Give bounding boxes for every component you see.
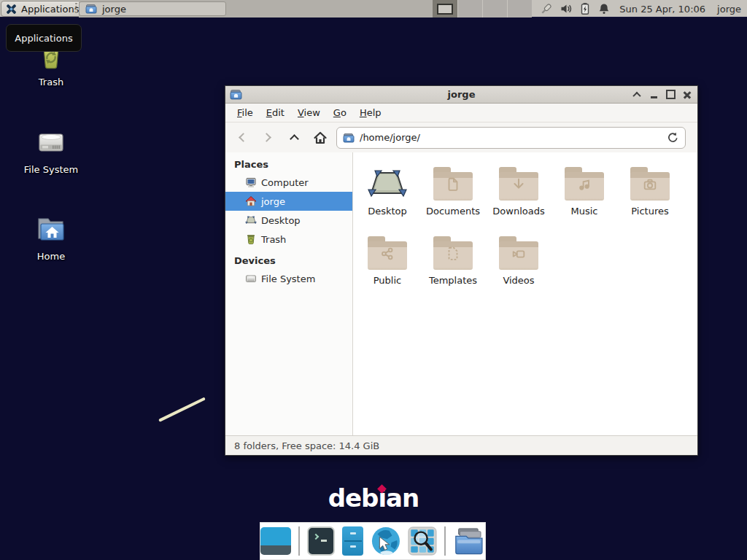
show-desktop-icon[interactable] — [260, 527, 291, 555]
folder-public[interactable]: Public — [355, 229, 420, 298]
desktop-icon-home[interactable]: Home — [13, 212, 89, 262]
applications-menu-button[interactable]: Applications — [1, 1, 85, 17]
battery-charging-icon[interactable] — [579, 2, 591, 15]
sidebar-item-label: File System — [261, 273, 315, 284]
sidebar-item-label: Desktop — [261, 215, 301, 226]
folder-label: Public — [374, 275, 401, 286]
templates-folder-icon — [433, 236, 473, 270]
workspace-3[interactable] — [482, 0, 507, 18]
folder-videos[interactable]: Videos — [486, 229, 551, 298]
sidebar-item-trash[interactable]: Trash — [225, 230, 352, 249]
folder-pictures[interactable]: Pictures — [617, 160, 683, 229]
desktop-icon-file-system[interactable]: File System — [13, 125, 89, 175]
toolbar — [225, 122, 697, 152]
debian-wallpaper-logo: debian — [320, 483, 427, 513]
workspace-window-preview — [437, 4, 453, 15]
file-list: Desktop Documents Downloads — [353, 152, 697, 435]
applications-menu-icon — [5, 3, 18, 15]
folder-music[interactable]: Music — [551, 160, 617, 229]
sidebar-item-label: Computer — [261, 177, 309, 188]
taskbar-item-jorge[interactable]: jorge — [79, 1, 226, 16]
documents-folder-icon — [433, 167, 473, 201]
dock-separator — [444, 526, 446, 556]
videos-folder-icon — [499, 236, 538, 270]
tooltip-text: Applications — [15, 33, 72, 44]
folder-templates[interactable]: Templates — [420, 229, 486, 298]
folder-desktop[interactable]: Desktop — [355, 160, 420, 229]
bottom-dock — [260, 522, 486, 560]
up-button[interactable] — [284, 128, 304, 148]
top-panel: Applications jorge — [0, 0, 747, 18]
tool-icon[interactable] — [539, 2, 553, 16]
music-folder-icon — [565, 167, 604, 201]
web-browser-icon[interactable] — [371, 525, 401, 557]
location-bar[interactable] — [336, 127, 686, 149]
trash-icon — [245, 233, 257, 245]
menu-help[interactable]: Help — [353, 105, 388, 120]
close-button[interactable] — [681, 89, 693, 101]
menu-file[interactable]: File — [231, 105, 260, 120]
workspace-switcher — [433, 0, 532, 18]
folder-downloads[interactable]: Downloads — [486, 160, 551, 229]
reload-icon[interactable] — [667, 131, 679, 144]
window-folder-icon[interactable] — [230, 88, 242, 101]
hard-drive-icon — [13, 125, 89, 160]
desktop-icon-label: File System — [13, 164, 89, 175]
window-taskbar: jorge — [79, 0, 444, 18]
minimize-button[interactable] — [648, 89, 659, 101]
home-icon — [245, 195, 257, 207]
sidebar-item-file-system[interactable]: File System — [225, 269, 352, 288]
debian-logo-text: debian — [328, 483, 419, 513]
workspace-4[interactable] — [507, 0, 532, 18]
home-button[interactable] — [310, 128, 330, 148]
folder-label: Downloads — [492, 206, 544, 217]
folder-label: Documents — [426, 206, 480, 217]
panel-username[interactable]: jorge — [717, 4, 741, 15]
desktop-icon — [245, 214, 257, 226]
sidebar-item-jorge[interactable]: jorge — [225, 192, 352, 211]
menu-go[interactable]: Go — [327, 105, 353, 120]
menu-bar: File Edit View Go Help — [225, 104, 697, 122]
desktop-icon-label: Home — [13, 251, 89, 262]
window-title: jorge — [225, 89, 697, 100]
status-bar: 8 folders, Free space: 14.4 GiB — [225, 435, 697, 455]
dock-separator — [298, 526, 300, 556]
computer-icon — [245, 176, 257, 188]
workspace-1[interactable] — [433, 0, 457, 18]
location-input[interactable] — [360, 132, 662, 143]
application-finder-icon[interactable] — [408, 526, 437, 556]
folder-documents[interactable]: Documents — [420, 160, 486, 229]
panel-separator-handle — [75, 3, 77, 15]
file-cabinet-icon[interactable] — [342, 526, 363, 556]
notifications-bell-icon[interactable] — [597, 2, 611, 15]
public-folder-icon — [368, 236, 407, 270]
folder-label: Templates — [429, 275, 477, 286]
menu-edit[interactable]: Edit — [260, 105, 291, 120]
folder-label: Desktop — [368, 206, 407, 217]
file-manager-icon[interactable] — [453, 526, 485, 556]
menu-view[interactable]: View — [291, 105, 327, 120]
forward-button[interactable] — [258, 128, 278, 148]
places-sidebar: Places Computer jorge — [225, 152, 353, 435]
shade-window-button[interactable] — [631, 89, 643, 101]
desktop-icon-label: Trash — [13, 77, 89, 88]
maximize-button[interactable] — [665, 89, 676, 101]
folder-label: Pictures — [631, 206, 668, 217]
workspace-2[interactable] — [457, 0, 482, 18]
taskbar-item-label: jorge — [102, 4, 126, 15]
terminal-icon[interactable] — [307, 526, 335, 556]
file-manager-window: jorge File Edit View Go Help — [225, 85, 698, 456]
downloads-folder-icon — [499, 167, 538, 201]
back-button[interactable] — [231, 128, 252, 148]
desktop-icon — [367, 166, 408, 201]
folder-label: Music — [571, 206, 598, 217]
folder-icon — [85, 3, 97, 15]
window-titlebar[interactable]: jorge — [225, 86, 697, 104]
applications-tooltip: Applications — [6, 24, 82, 52]
home-folder-icon — [13, 212, 89, 247]
panel-clock[interactable]: Sun 25 Apr, 10:06 — [619, 4, 705, 15]
folder-label: Videos — [503, 275, 534, 286]
sidebar-item-computer[interactable]: Computer — [225, 173, 352, 192]
volume-icon[interactable] — [560, 2, 573, 15]
sidebar-item-desktop[interactable]: Desktop — [225, 211, 352, 230]
